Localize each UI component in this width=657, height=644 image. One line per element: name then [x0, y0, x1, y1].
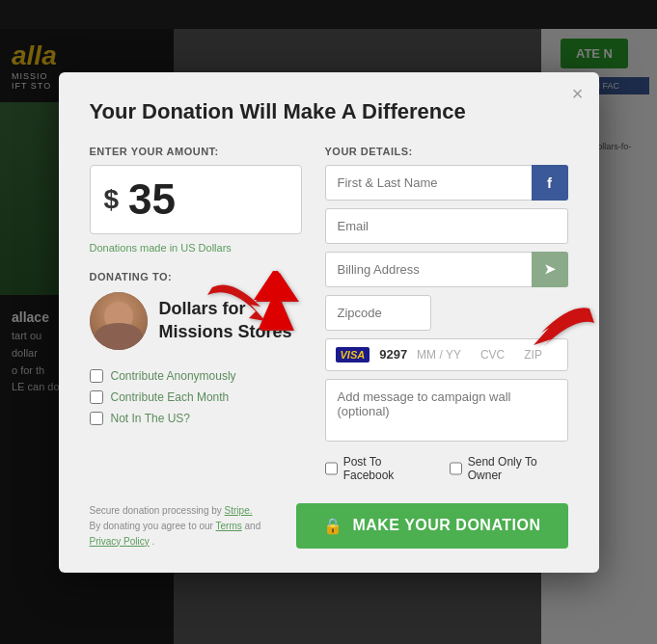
red-arrow-2: [512, 299, 599, 357]
footer-text: Secure donation processing by Stripe. By…: [90, 503, 277, 550]
currency-symbol: $: [104, 184, 120, 215]
terms-text: By donating you agree to our: [90, 521, 216, 531]
modal-title: Your Donation Will Make A Difference: [90, 99, 568, 124]
stripe-link[interactable]: Stripe.: [225, 505, 253, 516]
period: .: [152, 536, 155, 547]
billing-field-container: [325, 252, 568, 287]
amount-note: Donations made in US Dollars: [90, 242, 302, 254]
monthly-checkbox[interactable]: [90, 390, 103, 404]
details-label: YOUR DETAILS:: [325, 146, 568, 157]
amount-value: 35: [128, 175, 176, 224]
anonymous-checkbox[interactable]: [90, 369, 103, 383]
terms-link[interactable]: Terms: [216, 521, 242, 531]
message-input[interactable]: [325, 379, 568, 442]
facebook-icon: f: [532, 165, 568, 201]
and-text: and: [245, 521, 261, 531]
visa-badge: VISA: [336, 347, 370, 362]
not-us-checkbox[interactable]: [90, 412, 103, 425]
donate-button-label: MAKE YOUR DONATION: [352, 517, 540, 534]
lock-icon: 🔒: [323, 517, 343, 535]
checkbox-anonymous[interactable]: Contribute Anonymously: [90, 369, 302, 383]
post-facebook-checkbox[interactable]: [325, 462, 338, 475]
card-number: 9297: [379, 347, 407, 362]
post-facebook-text: Post To Facebook: [343, 455, 430, 482]
send-owner-label[interactable]: Send Only To Owner: [450, 455, 568, 482]
privacy-link[interactable]: Privacy Policy: [90, 536, 150, 547]
avatar: [90, 292, 148, 350]
checkbox-not-us[interactable]: Not In The US?: [90, 412, 302, 425]
secure-text: Secure donation processing by: [90, 505, 225, 516]
amount-box: $ 35: [90, 165, 302, 234]
modal-footer: Secure donation processing by Stripe. By…: [90, 503, 568, 550]
send-owner-text: Send Only To Owner: [468, 455, 568, 482]
modal-body: ENTER YOUR AMOUNT: $ 35 Donations made i…: [90, 146, 568, 497]
checkboxes-group: Contribute Anonymously Contribute Each M…: [90, 369, 302, 425]
card-cvc: CVC: [480, 348, 505, 362]
social-row: Post To Facebook Send Only To Owner: [325, 455, 568, 482]
email-input[interactable]: [325, 208, 568, 244]
zipcode-input[interactable]: [325, 295, 431, 331]
avatar-image: [90, 292, 148, 350]
close-button[interactable]: ×: [572, 84, 584, 103]
name-field-container: f: [325, 165, 568, 201]
location-icon: [532, 252, 568, 287]
post-facebook-label[interactable]: Post To Facebook: [325, 455, 430, 482]
red-arrow-1: [203, 268, 299, 335]
amount-label: ENTER YOUR AMOUNT:: [90, 146, 302, 157]
card-mmyy: MM / YY: [417, 348, 461, 362]
not-us-label: Not In The US?: [111, 412, 191, 425]
checkbox-monthly[interactable]: Contribute Each Month: [90, 390, 302, 404]
monthly-label: Contribute Each Month: [111, 390, 230, 404]
anonymous-label: Contribute Anonymously: [111, 369, 236, 383]
send-owner-checkbox[interactable]: [450, 462, 462, 475]
donate-button[interactable]: 🔒 MAKE YOUR DONATION: [296, 503, 568, 549]
